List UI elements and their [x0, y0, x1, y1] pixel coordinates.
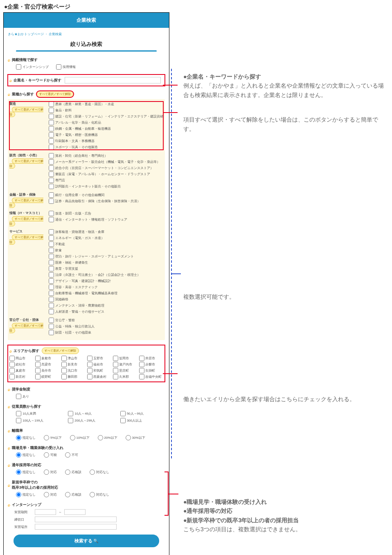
grad3-radio[interactable] [16, 492, 21, 497]
industry-item[interactable]: 専門店 [49, 178, 163, 183]
employees-option[interactable]: 50人～99人 [120, 411, 165, 416]
industry-item[interactable]: メンテナンス・清掃・廃棄物処理 [49, 303, 163, 308]
industry-item[interactable]: 通信・インターネット・情報処理・ソフトウェア [49, 217, 163, 222]
turnover-radio[interactable] [126, 435, 131, 440]
industry-checkbox[interactable] [49, 217, 54, 222]
industry-item[interactable]: 訪問販売・インターネット販売・その他販売 [49, 184, 163, 189]
industry-item[interactable]: 医療・福祉・保健衛生 [49, 260, 163, 265]
turnover-radio[interactable] [98, 435, 103, 440]
area-item[interactable]: 井原市 [139, 356, 163, 361]
grad3-radio[interactable] [44, 492, 49, 497]
industry-checkbox[interactable] [49, 132, 54, 138]
industry-checkbox[interactable] [49, 248, 54, 253]
area-item[interactable]: 里庄町 [113, 368, 137, 373]
visit-radio[interactable] [44, 452, 49, 458]
employees-checkbox[interactable] [16, 418, 21, 423]
industry-item[interactable]: 貿易・卸売（総合商社・専門商社） [49, 153, 163, 158]
grad3-option[interactable]: 応相談 [65, 492, 81, 497]
area-item[interactable]: 新見市 [61, 362, 86, 367]
industry-checkbox[interactable] [49, 291, 54, 296]
industry-item[interactable]: 宿泊・旅行・レジャー・スポーツ・アミューズメント [49, 254, 163, 259]
intern-place-input[interactable] [35, 524, 117, 530]
employees-option[interactable]: 100人～199人 [16, 418, 61, 423]
industry-item[interactable]: 建設・住宅（新築・リフォーム）・インテリア・エクステリア・建設資材 [49, 114, 163, 119]
industry-checkbox[interactable] [49, 278, 54, 284]
employees-checkbox[interactable] [120, 418, 126, 423]
intern-deadline-input[interactable] [35, 517, 117, 522]
industry-checkbox[interactable] [49, 211, 54, 216]
industry-item[interactable]: アパレル・化学・薬品・化粧品 [49, 120, 163, 125]
industry-checkbox[interactable] [49, 303, 54, 308]
area-checkbox[interactable] [35, 374, 41, 379]
scholarship-checkbox[interactable] [16, 394, 21, 399]
industry-checkbox[interactable] [49, 102, 54, 107]
industry-group-toggle[interactable]: すべて選択／すべて解除 [9, 198, 43, 208]
area-item[interactable]: 鏡野町 [35, 374, 59, 379]
area-item[interactable]: 笠岡市 [113, 356, 137, 361]
area-checkbox[interactable] [61, 368, 67, 373]
industry-item[interactable]: 銀行・信用金庫・その他金融機関 [49, 192, 163, 198]
area-checkbox[interactable] [113, 368, 118, 373]
area-checkbox[interactable] [139, 362, 144, 367]
industry-checkbox[interactable] [49, 138, 54, 144]
area-checkbox[interactable] [113, 362, 118, 367]
industry-item[interactable]: 自動車整備・機械修理・電気機械器具修理 [49, 291, 163, 296]
employees-option[interactable]: 300人以上 [120, 418, 165, 423]
area-checkbox[interactable] [35, 362, 41, 367]
turnover-option[interactable]: 5%以下 [44, 435, 62, 440]
industry-checkbox[interactable] [49, 199, 54, 204]
area-checkbox[interactable] [113, 356, 118, 361]
area-item[interactable]: 美作市 [35, 368, 59, 373]
industry-checkbox[interactable] [49, 324, 54, 329]
industry-checkbox[interactable] [49, 192, 54, 198]
yearround-radio[interactable] [16, 469, 21, 475]
area-item[interactable]: 総社市 [9, 362, 34, 367]
area-checkbox[interactable] [87, 368, 92, 373]
industry-checkbox[interactable] [49, 159, 54, 165]
industry-checkbox[interactable] [49, 260, 54, 265]
yearround-option[interactable]: 対応 [44, 469, 57, 475]
employees-option[interactable]: 200人～299人 [68, 418, 113, 423]
turnover-option[interactable]: 指定なし [16, 435, 36, 440]
turnover-radio[interactable] [16, 435, 21, 440]
area-item[interactable]: 西栗倉村 [87, 374, 111, 379]
area-item[interactable]: 勝田郡 [61, 374, 86, 379]
industry-checkbox[interactable] [49, 241, 54, 247]
area-checkbox[interactable] [113, 374, 118, 379]
area-item[interactable]: 真庭市 [9, 368, 34, 373]
industry-group-toggle[interactable]: すべて選択／すべて解除 [9, 158, 43, 169]
grad3-option[interactable]: 対応 [44, 492, 57, 497]
area-item[interactable]: 倉敷市 [35, 356, 59, 361]
area-checkbox[interactable] [139, 368, 144, 373]
industry-item[interactable]: 放送・新聞・出版・広告 [49, 211, 163, 216]
industry-item[interactable]: 飲食 [49, 248, 163, 253]
area-item[interactable]: 瀬戸内市 [113, 362, 137, 367]
area-item[interactable]: 岡山市 [9, 356, 34, 361]
posting-option[interactable]: インターンシップ [16, 64, 49, 70]
industry-group-toggle[interactable]: すべて選択／すべて解除 [9, 323, 43, 333]
industry-item[interactable]: 教育・学習支援 [49, 266, 163, 271]
yearround-radio[interactable] [44, 469, 49, 475]
industry-checkbox[interactable] [49, 254, 54, 259]
industry-item[interactable]: 冠婚葬祭 [49, 297, 163, 302]
industry-item[interactable]: 財団・社団・その他団体 [49, 330, 163, 335]
industry-checkbox[interactable] [49, 184, 54, 189]
industry-item[interactable]: 不動産 [49, 241, 163, 247]
industry-group-toggle[interactable]: すべて選択／すべて解除 [9, 216, 43, 226]
area-checkbox[interactable] [87, 374, 92, 379]
industry-item[interactable]: 農林（農業・林業・畜産・園芸）・水産 [49, 102, 163, 107]
industry-item[interactable]: 量販店（家電・アパレル等）・ホームセンター・ドラッグストア [49, 171, 163, 177]
industry-item[interactable]: メーカー系ディーラー・販売会社（機械・電気・電子・化学・薬品等） [49, 159, 163, 165]
employees-option[interactable]: 10人未満 [16, 411, 61, 416]
employees-checkbox[interactable] [68, 411, 73, 416]
area-checkbox[interactable] [61, 362, 67, 367]
industry-checkbox[interactable] [49, 318, 54, 323]
employees-checkbox[interactable] [16, 411, 21, 416]
breadcrumb-home[interactable]: きら★おかトップページ [8, 32, 44, 36]
area-item[interactable]: 高梁市 [35, 362, 59, 367]
industry-checkbox[interactable] [49, 126, 54, 131]
industry-checkbox[interactable] [49, 297, 54, 302]
area-toggle-all[interactable]: すべて選択／すべて解除 [42, 347, 79, 354]
industry-group-toggle[interactable]: すべて選択／すべて解除 [9, 235, 43, 245]
area-checkbox[interactable] [35, 356, 41, 361]
